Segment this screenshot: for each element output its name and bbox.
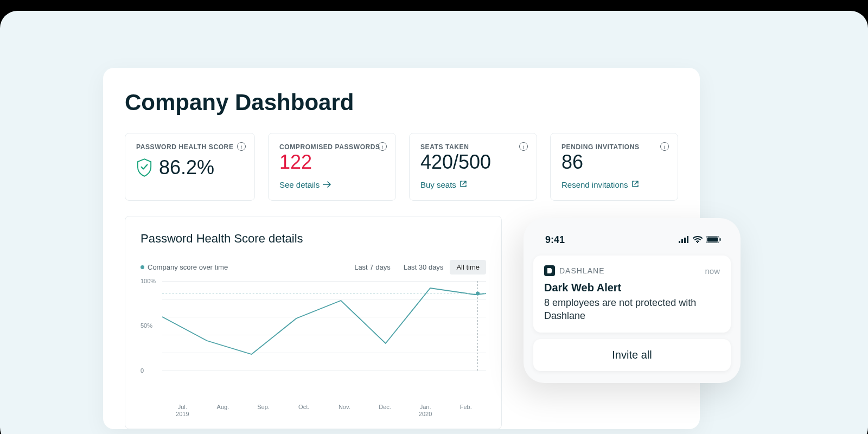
svg-rect-5 bbox=[684, 238, 686, 243]
metric-label-pending: PENDING INVITATIONS bbox=[561, 143, 667, 151]
x-tick: Oct. bbox=[284, 404, 324, 418]
page-frame: Company Dashboard PASSWORD HEALTH SCORE … bbox=[0, 11, 868, 434]
phone-status-bar: 9:41 bbox=[533, 233, 731, 256]
chart-line bbox=[162, 281, 486, 371]
dashlane-app-icon bbox=[544, 265, 555, 276]
link-label: See details bbox=[279, 180, 320, 189]
notif-app-name: DASHLANE bbox=[559, 266, 604, 275]
resend-invitations-link[interactable]: Resend invitations bbox=[561, 180, 667, 189]
phone-time: 9:41 bbox=[545, 234, 565, 246]
metric-row: PASSWORD HEALTH SCORE i 86.2% COMPROMISE… bbox=[125, 133, 678, 201]
svg-point-7 bbox=[697, 242, 698, 243]
chart-plot-area: 100% 50% 0 bbox=[141, 281, 486, 400]
info-icon[interactable]: i bbox=[237, 142, 246, 151]
x-tick: Aug. bbox=[203, 404, 244, 418]
link-label: Resend invitations bbox=[561, 180, 628, 189]
y-tick-50: 50% bbox=[141, 322, 152, 329]
x-tick: Nov. bbox=[324, 404, 365, 418]
chart-card: Password Health Score details Company sc… bbox=[125, 216, 502, 429]
metric-value-pending: 86 bbox=[561, 151, 667, 174]
notif-body: 8 employees are not protected with Dashl… bbox=[544, 296, 720, 323]
shield-check-icon bbox=[136, 158, 152, 177]
metric-value-compromised: 122 bbox=[279, 151, 385, 174]
phone-mockup: 9:41 DASHLANE bbox=[524, 218, 741, 383]
buy-seats-link[interactable]: Buy seats bbox=[420, 180, 526, 189]
info-icon[interactable]: i bbox=[660, 142, 669, 151]
metric-value-seats: 420/500 bbox=[420, 151, 526, 174]
info-icon[interactable]: i bbox=[378, 142, 387, 151]
wifi-icon bbox=[693, 234, 703, 246]
notif-timestamp: now bbox=[705, 266, 720, 276]
legend-dot-icon bbox=[141, 265, 144, 269]
chart-title: Password Health Score details bbox=[141, 232, 486, 246]
invite-all-label: Invite all bbox=[612, 349, 652, 361]
battery-icon bbox=[706, 234, 721, 246]
tab-last-30-days[interactable]: Last 30 days bbox=[397, 260, 450, 275]
external-link-icon bbox=[631, 180, 639, 189]
metric-card-seats: SEATS TAKEN i 420/500 Buy seats bbox=[409, 133, 537, 201]
tab-last-7-days[interactable]: Last 7 days bbox=[348, 260, 397, 275]
chart-legend: Company score over time bbox=[141, 263, 228, 271]
x-tick: Jul.2019 bbox=[162, 404, 203, 418]
arrow-right-icon bbox=[323, 180, 331, 189]
metric-card-pending: PENDING INVITATIONS i 86 Resend invitati… bbox=[550, 133, 678, 201]
legend-label: Company score over time bbox=[148, 263, 228, 271]
signal-icon bbox=[679, 234, 690, 246]
external-link-icon bbox=[459, 180, 467, 189]
tab-all-time[interactable]: All time bbox=[450, 260, 486, 275]
x-tick: Sep. bbox=[243, 404, 284, 418]
y-tick-0: 0 bbox=[141, 367, 144, 374]
svg-rect-4 bbox=[681, 239, 683, 243]
x-tick: Dec. bbox=[365, 404, 405, 418]
svg-rect-3 bbox=[679, 241, 680, 243]
page-title: Company Dashboard bbox=[125, 90, 678, 116]
notif-title: Dark Web Alert bbox=[544, 282, 720, 294]
metric-label-health: PASSWORD HEALTH SCORE bbox=[136, 143, 244, 151]
see-details-link[interactable]: See details bbox=[279, 180, 385, 189]
x-tick: Jan.2020 bbox=[405, 404, 446, 418]
time-range-tabs: Last 7 days Last 30 days All time bbox=[348, 260, 486, 275]
svg-point-2 bbox=[476, 292, 480, 296]
chart-x-axis: Jul.2019 Aug. Sep. Oct. Nov. Dec. Jan.20… bbox=[141, 404, 486, 418]
metric-label-compromised: COMPROMISED PASSWORDS bbox=[279, 143, 385, 151]
metric-label-seats: SEATS TAKEN bbox=[420, 143, 526, 151]
svg-rect-6 bbox=[687, 236, 688, 243]
x-tick: Feb. bbox=[445, 404, 486, 418]
invite-all-button[interactable]: Invite all bbox=[533, 339, 731, 371]
metric-value-health: 86.2% bbox=[159, 156, 214, 179]
link-label: Buy seats bbox=[420, 180, 456, 189]
y-tick-100: 100% bbox=[141, 278, 156, 284]
notification-card[interactable]: DASHLANE now Dark Web Alert 8 employees … bbox=[533, 256, 731, 333]
info-icon[interactable]: i bbox=[519, 142, 528, 151]
svg-rect-10 bbox=[720, 238, 721, 241]
metric-card-compromised: COMPROMISED PASSWORDS i 122 See details bbox=[268, 133, 396, 201]
metric-card-health: PASSWORD HEALTH SCORE i 86.2% bbox=[125, 133, 255, 201]
svg-rect-9 bbox=[707, 238, 718, 242]
